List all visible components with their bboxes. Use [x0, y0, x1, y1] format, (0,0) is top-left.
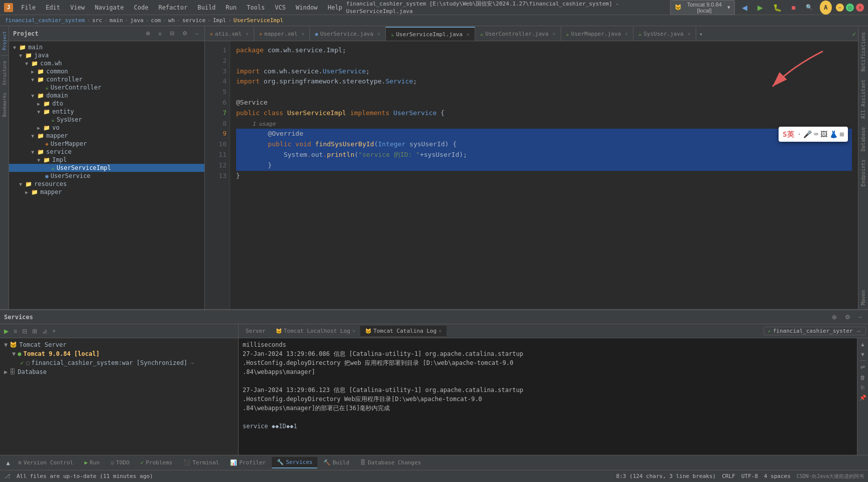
tab-userservice[interactable]: ◉ UserService.java × [310, 27, 386, 41]
cursor-position[interactable]: 8:3 (124 chars, 3 line breaks) [616, 473, 716, 479]
tab-close-usermapper[interactable]: × [625, 31, 628, 37]
settings-icon-button[interactable]: ⚙ [843, 313, 852, 322]
build-button[interactable]: ▶ [754, 2, 766, 14]
project-expand-button[interactable]: ⊟ [168, 29, 176, 38]
bottom-tab-run[interactable]: ▶ Run [79, 457, 105, 468]
clear-log-button[interactable]: 🗑 [859, 373, 866, 381]
log-tab-close-cat[interactable]: × [439, 328, 442, 334]
menu-navigate[interactable]: Navigate [91, 3, 128, 13]
tree-item-java[interactable]: ▼ 📁 java [9, 51, 204, 59]
breadcrumb-item[interactable]: financial_cashier_system [4, 17, 86, 24]
project-collapse-button[interactable]: ≡ [156, 30, 163, 38]
stop-button[interactable]: ■ [789, 2, 799, 14]
scroll-down-button[interactable]: ▼ [859, 350, 866, 358]
tree-item-resources[interactable]: ▼ 📁 resources [9, 180, 204, 188]
tab-close-userserviceimpl[interactable]: × [467, 32, 470, 37]
bottom-tab-services[interactable]: 🔧 Services [272, 457, 317, 468]
tree-item-mapper[interactable]: ▼ 📁 mapper [9, 132, 204, 140]
group-svc-button[interactable]: ⊞ [30, 327, 39, 336]
maximize-button[interactable]: □ [846, 4, 854, 12]
svc-item-war[interactable]: ✓ ⬡ financial_cashier_system:war [Synchr… [0, 358, 238, 367]
bookmarks-strip-label[interactable]: Bookmarks [1, 90, 8, 119]
tab-atis-xml[interactable]: ✕ atis.xml × [205, 27, 254, 41]
indent-size[interactable]: 4 spaces [764, 473, 791, 479]
menu-refactor[interactable]: Refactor [154, 3, 191, 13]
structure-strip-label[interactable]: Structure [1, 59, 8, 87]
tab-close-sysuser[interactable]: × [688, 31, 691, 37]
git-icon[interactable]: ⎇ [4, 473, 11, 479]
pin-log-button[interactable]: 📌 [858, 394, 867, 402]
tab-usermapper[interactable]: ☕ UserMapper.java × [561, 27, 633, 41]
bottom-tab-version-control[interactable]: ⚙ Version Control [13, 457, 78, 468]
menu-window[interactable]: Window [292, 3, 321, 13]
project-strip-label[interactable]: Project [1, 29, 8, 52]
back-button[interactable]: ◀ [739, 2, 750, 14]
tab-sysuser[interactable]: ☕ SysUser.java × [633, 27, 696, 41]
checkmark-icon[interactable]: ✓ [850, 28, 858, 41]
menu-view[interactable]: View [66, 3, 89, 13]
tree-item-userserviceimpl[interactable]: ▶ ☕ UserServiceImpl [9, 164, 204, 172]
tree-item-userservice[interactable]: ▶ ◉ UserService [9, 172, 204, 180]
database-panel-label[interactable]: Database [859, 123, 867, 155]
tree-item-sysuser[interactable]: ▶ ☕ SysUser [9, 116, 204, 124]
code-editor[interactable]: 1 2 3 4 5 6 7 8 9 10 11 12 13 package co… [205, 41, 858, 309]
copy-log-button[interactable]: ⎘ [860, 383, 865, 392]
expand-svc-button[interactable]: ⊟ [20, 327, 29, 336]
menu-build[interactable]: Build [193, 3, 220, 13]
svc-item-database[interactable]: ▶ 🗄 Database [0, 367, 238, 376]
tree-item-dto[interactable]: ▶ 📁 dto [9, 100, 204, 108]
tree-item-impl[interactable]: ▼ 📁 Impl [9, 156, 204, 164]
deployed-app-selector[interactable]: ✓ financial_cashier_syster → [764, 327, 866, 335]
breadcrumb-item[interactable]: UserServiceImpl [233, 17, 284, 24]
tree-item-common[interactable]: ▶ 📁 common [9, 67, 204, 75]
expand-all-button[interactable]: ⊕ [830, 313, 839, 322]
filter-svc-button[interactable]: ⊿ [40, 327, 49, 336]
tab-close-mapper-xml[interactable]: × [301, 31, 304, 37]
collapse-svc-button[interactable]: ≡ [12, 327, 19, 336]
debug-button[interactable]: 🐛 [770, 2, 785, 14]
svc-item-tomcat-server[interactable]: ▼ 🐱 Tomcat Server [0, 340, 238, 349]
breadcrumb-item[interactable]: java [129, 17, 145, 24]
run-config-button[interactable]: 🐱 Tomcat 9.0.84 [local] ▾ [670, 0, 735, 15]
tree-item-usercontroller[interactable]: ▶ ☕ UserController [9, 83, 204, 91]
deployed-app-action[interactable]: → [855, 327, 861, 335]
more-tabs-button[interactable]: ▾ [696, 28, 706, 41]
menu-run[interactable]: Run [222, 3, 241, 13]
breadcrumb-item[interactable]: Impl [212, 17, 228, 24]
menu-vcs[interactable]: VCS [271, 3, 290, 13]
svc-action-button[interactable]: → [189, 360, 195, 366]
wrap-button[interactable]: ⇌ [859, 363, 866, 371]
bottom-tab-profiler[interactable]: 📊 Profiler [225, 457, 271, 468]
tree-item-domain[interactable]: ▼ 📁 domain [9, 91, 204, 100]
svc-item-tomcat-instance[interactable]: ▼ ● Tomcat 9.0.84 [local] [0, 349, 238, 358]
log-tab-close[interactable]: × [352, 328, 355, 334]
breadcrumb-item[interactable]: wh [167, 17, 176, 24]
bottom-tab-todo[interactable]: ☑ TODO [105, 457, 134, 468]
menu-help[interactable]: Help [323, 3, 346, 13]
breadcrumb-item[interactable]: src [91, 17, 103, 24]
endpoints-panel-label[interactable]: Endpoints [859, 155, 867, 190]
tab-mapper-xml[interactable]: ✕ mapper.xml × [254, 27, 310, 41]
tree-item-main[interactable]: ▼ 📁 main [9, 43, 204, 51]
log-tab-server[interactable]: Server [241, 326, 271, 336]
tab-close-userservice[interactable]: × [377, 31, 380, 37]
tree-item-com-wh[interactable]: ▼ 📁 com.wh [9, 59, 204, 67]
tab-close-atis[interactable]: × [246, 31, 249, 37]
menu-file[interactable]: File [17, 3, 40, 13]
bottom-tab-build[interactable]: 🔨 Build [318, 457, 354, 468]
tree-item-entity[interactable]: ▼ 📁 entity [9, 108, 204, 116]
breadcrumb-item[interactable]: service [181, 17, 206, 24]
bottom-tab-terminal[interactable]: ⬛ Terminal [178, 457, 224, 468]
log-tab-localhost[interactable]: 🐱 Tomcat Localhost Log × [271, 326, 360, 336]
ai-assistant-panel-label[interactable]: All Assistant [859, 75, 867, 123]
breadcrumb-item[interactable]: main [108, 17, 124, 24]
charset[interactable]: UTF-8 [741, 473, 758, 479]
add-svc-button[interactable]: + [50, 327, 58, 336]
tree-item-usermapper[interactable]: ▶ ◈ UserMapper [9, 140, 204, 148]
tab-userserviceimpl[interactable]: ☕ UserServiceImpl.java × [386, 27, 475, 41]
tree-item-service[interactable]: ▼ 📁 service [9, 148, 204, 156]
expand-bottom-icon[interactable]: ▲ [4, 459, 12, 467]
tab-usercontroller[interactable]: ☕ UserController.java × [475, 27, 561, 41]
bottom-tab-db-changes[interactable]: 🗄 Database Changes [355, 457, 426, 468]
tree-item-mapper-res[interactable]: ▶ 📁 mapper [9, 188, 204, 196]
